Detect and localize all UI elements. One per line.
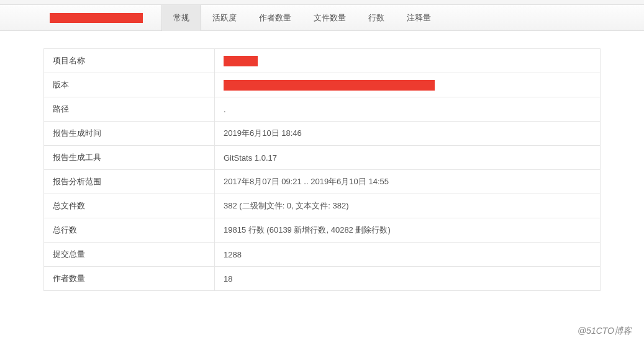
table-row: 作者数量 18 (44, 267, 601, 291)
row-label: 提交总量 (44, 243, 215, 267)
table-row: 提交总量 1288 (44, 243, 601, 267)
table-row: 报告生成工具 GitStats 1.0.17 (44, 146, 601, 170)
redacted-value (224, 80, 435, 91)
page-title-redacted (43, 12, 149, 23)
tab-general[interactable]: 常规 (161, 5, 201, 31)
row-label: 作者数量 (44, 267, 215, 291)
tab-lines[interactable]: 行数 (357, 5, 396, 31)
row-value: 18 (215, 267, 601, 291)
row-value: 1288 (215, 243, 601, 267)
tab-files[interactable]: 文件数量 (302, 5, 357, 31)
table-row: 报告分析范围 2017年8月07日 09:21 .. 2019年6月10日 14… (44, 170, 601, 194)
info-table: 项目名称 版本 路径 . 报告生成时间 2019年6月10日 18:46 报告生… (43, 48, 601, 291)
tab-activity[interactable]: 活跃度 (201, 5, 248, 31)
table-row: 总文件数 382 (二级制文件: 0, 文本文件: 382) (44, 194, 601, 218)
tab-authors[interactable]: 作者数量 (248, 5, 302, 31)
nav-tabs: 常规 活跃度 作者数量 文件数量 行数 注释量 (0, 5, 644, 31)
content-area: 项目名称 版本 路径 . 报告生成时间 2019年6月10日 18:46 报告生… (0, 31, 644, 291)
redacted-value (224, 56, 258, 66)
table-row: 报告生成时间 2019年6月10日 18:46 (44, 122, 601, 146)
row-value: 19815 行数 (60139 新增行数, 40282 删除行数) (215, 218, 601, 243)
table-row: 项目名称 (44, 49, 601, 73)
row-value: . (215, 97, 601, 122)
row-label: 总行数 (44, 218, 215, 243)
table-row: 总行数 19815 行数 (60139 新增行数, 40282 删除行数) (44, 218, 601, 243)
row-label: 项目名称 (44, 49, 215, 73)
row-value (215, 49, 601, 73)
row-value: 2017年8月07日 09:21 .. 2019年6月10日 14:55 (215, 170, 601, 194)
row-label: 报告分析范围 (44, 170, 215, 194)
row-value: GitStats 1.0.17 (215, 146, 601, 170)
row-label: 版本 (44, 73, 215, 97)
tab-comments[interactable]: 注释量 (396, 5, 442, 31)
row-label: 路径 (44, 97, 215, 122)
row-value: 2019年6月10日 18:46 (215, 122, 601, 146)
watermark: @51CTO博客 (578, 326, 632, 337)
row-label: 报告生成时间 (44, 122, 215, 146)
row-value: 382 (二级制文件: 0, 文本文件: 382) (215, 194, 601, 218)
table-row: 路径 . (44, 97, 601, 122)
row-label: 报告生成工具 (44, 146, 215, 170)
redacted-title (50, 13, 143, 23)
row-value (215, 73, 601, 97)
table-row: 版本 (44, 73, 601, 97)
row-label: 总文件数 (44, 194, 215, 218)
